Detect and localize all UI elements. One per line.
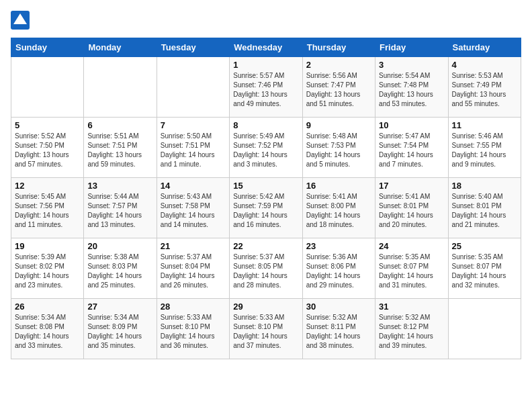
- calendar-cell: [11, 57, 84, 118]
- day-info: Sunrise: 5:46 AM Sunset: 7:55 PM Dayligh…: [452, 132, 517, 169]
- day-number: 14: [161, 181, 226, 191]
- day-number: 31: [379, 302, 444, 312]
- day-number: 6: [87, 120, 152, 130]
- day-info: Sunrise: 5:50 AM Sunset: 7:51 PM Dayligh…: [161, 132, 226, 169]
- calendar-cell: 9Sunrise: 5:48 AM Sunset: 7:53 PM Daylig…: [302, 118, 375, 178]
- calendar-cell: 10Sunrise: 5:47 AM Sunset: 7:54 PM Dayli…: [375, 118, 448, 178]
- calendar-cell: [157, 57, 229, 118]
- day-number: 20: [87, 241, 152, 251]
- calendar-week-row: 1Sunrise: 5:57 AM Sunset: 7:46 PM Daylig…: [11, 57, 521, 118]
- calendar-cell: 8Sunrise: 5:49 AM Sunset: 7:52 PM Daylig…: [230, 118, 302, 178]
- calendar-cell: 15Sunrise: 5:42 AM Sunset: 7:59 PM Dayli…: [230, 178, 302, 238]
- day-number: 4: [452, 60, 517, 70]
- day-number: 9: [306, 120, 371, 130]
- calendar-week-row: 26Sunrise: 5:34 AM Sunset: 8:08 PM Dayli…: [11, 299, 521, 359]
- day-info: Sunrise: 5:54 AM Sunset: 7:48 PM Dayligh…: [379, 71, 444, 109]
- day-info: Sunrise: 5:34 AM Sunset: 8:09 PM Dayligh…: [87, 313, 152, 351]
- day-number: 7: [161, 120, 226, 130]
- day-of-week-header: Wednesday: [230, 38, 302, 57]
- logo: [11, 11, 32, 30]
- calendar-cell: 7Sunrise: 5:50 AM Sunset: 7:51 PM Daylig…: [157, 118, 229, 178]
- day-number: 26: [15, 302, 80, 312]
- day-number: 13: [87, 181, 152, 191]
- calendar-cell: 23Sunrise: 5:36 AM Sunset: 8:06 PM Dayli…: [302, 238, 375, 299]
- page-header: [11, 11, 521, 30]
- calendar-cell: 3Sunrise: 5:54 AM Sunset: 7:48 PM Daylig…: [375, 57, 448, 118]
- calendar-cell: [448, 299, 521, 359]
- day-number: 19: [15, 241, 80, 251]
- calendar-cell: 1Sunrise: 5:57 AM Sunset: 7:46 PM Daylig…: [230, 57, 302, 118]
- calendar-cell: 14Sunrise: 5:43 AM Sunset: 7:58 PM Dayli…: [157, 178, 229, 238]
- day-info: Sunrise: 5:36 AM Sunset: 8:06 PM Dayligh…: [306, 253, 371, 290]
- day-number: 30: [306, 302, 371, 312]
- day-info: Sunrise: 5:53 AM Sunset: 7:49 PM Dayligh…: [452, 71, 517, 109]
- day-info: Sunrise: 5:56 AM Sunset: 7:47 PM Dayligh…: [306, 71, 371, 109]
- day-info: Sunrise: 5:33 AM Sunset: 8:10 PM Dayligh…: [233, 313, 298, 351]
- day-info: Sunrise: 5:45 AM Sunset: 7:56 PM Dayligh…: [15, 192, 80, 230]
- calendar-cell: 6Sunrise: 5:51 AM Sunset: 7:51 PM Daylig…: [84, 118, 157, 178]
- day-info: Sunrise: 5:37 AM Sunset: 8:04 PM Dayligh…: [161, 253, 226, 290]
- calendar-week-row: 12Sunrise: 5:45 AM Sunset: 7:56 PM Dayli…: [11, 178, 521, 238]
- calendar-table: SundayMondayTuesdayWednesdayThursdayFrid…: [11, 38, 521, 359]
- day-of-week-header: Monday: [84, 38, 157, 57]
- day-info: Sunrise: 5:51 AM Sunset: 7:51 PM Dayligh…: [87, 132, 152, 169]
- day-of-week-header: Thursday: [302, 38, 375, 57]
- calendar-cell: 28Sunrise: 5:33 AM Sunset: 8:10 PM Dayli…: [157, 299, 229, 359]
- calendar-cell: [84, 57, 157, 118]
- day-info: Sunrise: 5:37 AM Sunset: 8:05 PM Dayligh…: [233, 253, 298, 290]
- calendar-cell: 30Sunrise: 5:32 AM Sunset: 8:11 PM Dayli…: [302, 299, 375, 359]
- day-info: Sunrise: 5:41 AM Sunset: 8:00 PM Dayligh…: [306, 192, 371, 230]
- calendar-cell: 22Sunrise: 5:37 AM Sunset: 8:05 PM Dayli…: [230, 238, 302, 299]
- day-info: Sunrise: 5:43 AM Sunset: 7:58 PM Dayligh…: [161, 192, 226, 230]
- calendar-week-row: 5Sunrise: 5:52 AM Sunset: 7:50 PM Daylig…: [11, 118, 521, 178]
- day-info: Sunrise: 5:34 AM Sunset: 8:08 PM Dayligh…: [15, 313, 80, 351]
- calendar-cell: 31Sunrise: 5:32 AM Sunset: 8:12 PM Dayli…: [375, 299, 448, 359]
- day-number: 15: [233, 181, 298, 191]
- calendar-cell: 24Sunrise: 5:35 AM Sunset: 8:07 PM Dayli…: [375, 238, 448, 299]
- day-info: Sunrise: 5:52 AM Sunset: 7:50 PM Dayligh…: [15, 132, 80, 169]
- day-info: Sunrise: 5:47 AM Sunset: 7:54 PM Dayligh…: [379, 132, 444, 169]
- day-info: Sunrise: 5:35 AM Sunset: 8:07 PM Dayligh…: [379, 253, 444, 290]
- day-info: Sunrise: 5:38 AM Sunset: 8:03 PM Dayligh…: [87, 253, 152, 290]
- day-number: 24: [379, 241, 444, 251]
- calendar-week-row: 19Sunrise: 5:39 AM Sunset: 8:02 PM Dayli…: [11, 238, 521, 299]
- calendar-header-row: SundayMondayTuesdayWednesdayThursdayFrid…: [11, 38, 521, 57]
- day-number: 22: [233, 241, 298, 251]
- calendar-cell: 29Sunrise: 5:33 AM Sunset: 8:10 PM Dayli…: [230, 299, 302, 359]
- calendar-cell: 25Sunrise: 5:35 AM Sunset: 8:07 PM Dayli…: [448, 238, 521, 299]
- day-info: Sunrise: 5:32 AM Sunset: 8:11 PM Dayligh…: [306, 313, 371, 351]
- day-info: Sunrise: 5:44 AM Sunset: 7:57 PM Dayligh…: [87, 192, 152, 230]
- calendar-cell: 11Sunrise: 5:46 AM Sunset: 7:55 PM Dayli…: [448, 118, 521, 178]
- calendar-cell: 5Sunrise: 5:52 AM Sunset: 7:50 PM Daylig…: [11, 118, 84, 178]
- day-number: 1: [233, 60, 298, 70]
- day-info: Sunrise: 5:35 AM Sunset: 8:07 PM Dayligh…: [452, 253, 517, 290]
- calendar-cell: 18Sunrise: 5:40 AM Sunset: 8:01 PM Dayli…: [448, 178, 521, 238]
- day-number: 18: [452, 181, 517, 191]
- day-info: Sunrise: 5:39 AM Sunset: 8:02 PM Dayligh…: [15, 253, 80, 290]
- calendar-cell: 16Sunrise: 5:41 AM Sunset: 8:00 PM Dayli…: [302, 178, 375, 238]
- day-info: Sunrise: 5:33 AM Sunset: 8:10 PM Dayligh…: [161, 313, 226, 351]
- calendar-cell: 2Sunrise: 5:56 AM Sunset: 7:47 PM Daylig…: [302, 57, 375, 118]
- day-number: 2: [306, 60, 371, 70]
- calendar-cell: 12Sunrise: 5:45 AM Sunset: 7:56 PM Dayli…: [11, 178, 84, 238]
- day-number: 21: [161, 241, 226, 251]
- day-of-week-header: Saturday: [448, 38, 521, 57]
- day-of-week-header: Sunday: [11, 38, 84, 57]
- day-number: 25: [452, 241, 517, 251]
- calendar-cell: 26Sunrise: 5:34 AM Sunset: 8:08 PM Dayli…: [11, 299, 84, 359]
- day-info: Sunrise: 5:57 AM Sunset: 7:46 PM Dayligh…: [233, 71, 298, 109]
- logo-icon: [11, 11, 30, 30]
- day-number: 28: [161, 302, 226, 312]
- day-info: Sunrise: 5:48 AM Sunset: 7:53 PM Dayligh…: [306, 132, 371, 169]
- day-info: Sunrise: 5:40 AM Sunset: 8:01 PM Dayligh…: [452, 192, 517, 230]
- day-number: 16: [306, 181, 371, 191]
- day-number: 17: [379, 181, 444, 191]
- calendar-cell: 19Sunrise: 5:39 AM Sunset: 8:02 PM Dayli…: [11, 238, 84, 299]
- calendar-cell: 4Sunrise: 5:53 AM Sunset: 7:49 PM Daylig…: [448, 57, 521, 118]
- day-number: 23: [306, 241, 371, 251]
- calendar-cell: 13Sunrise: 5:44 AM Sunset: 7:57 PM Dayli…: [84, 178, 157, 238]
- calendar-cell: 17Sunrise: 5:41 AM Sunset: 8:01 PM Dayli…: [375, 178, 448, 238]
- day-number: 5: [15, 120, 80, 130]
- day-number: 11: [452, 120, 517, 130]
- calendar-cell: 20Sunrise: 5:38 AM Sunset: 8:03 PM Dayli…: [84, 238, 157, 299]
